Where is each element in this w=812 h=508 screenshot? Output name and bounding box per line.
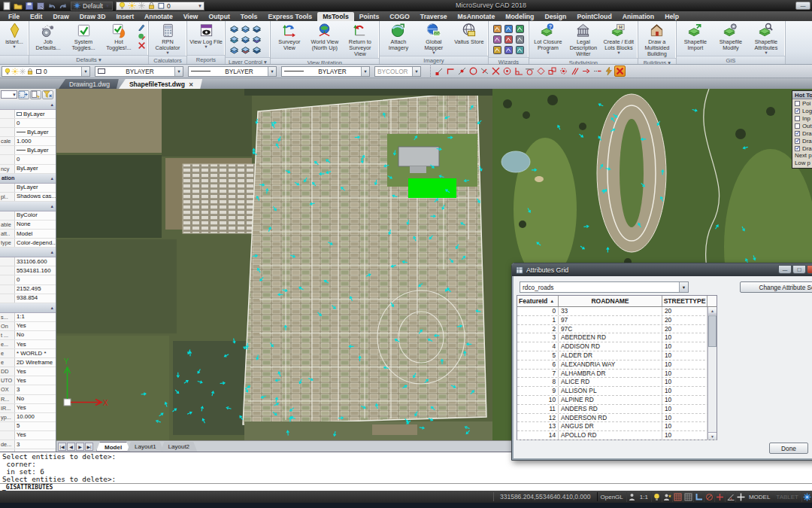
snap-center-icon[interactable] bbox=[468, 65, 479, 77]
drawing-tab-shapefiletest-dwg[interactable]: ShapefileTest.dwg✕ bbox=[119, 79, 202, 89]
properties-section-header[interactable]: ▲ bbox=[0, 100, 56, 110]
snap-extension-icon[interactable] bbox=[592, 65, 603, 77]
scroll-down-icon[interactable]: ▼ bbox=[708, 432, 717, 440]
dialog-close-button[interactable]: ✕ bbox=[807, 265, 812, 274]
table-row[interactable]: 3ABERDEEN RD10 bbox=[517, 333, 717, 342]
wizard-1-icon[interactable] bbox=[492, 23, 503, 34]
property-value[interactable]: Yes bbox=[15, 367, 56, 376]
lot-closure-program-button[interactable]: ?Lot Closure Program▼ bbox=[531, 22, 565, 55]
drawing-tab-drawing1-dwg[interactable]: Drawing1.dwg bbox=[59, 79, 119, 89]
menu-insert[interactable]: Insert bbox=[111, 12, 139, 21]
checkbox-unchecked[interactable] bbox=[795, 101, 800, 106]
snap-intersection-icon[interactable] bbox=[490, 65, 501, 77]
lineweight-combo[interactable]: BYLAYER ▼ bbox=[281, 66, 370, 77]
table-row[interactable]: 10ALPINE RD10 bbox=[517, 396, 717, 405]
table-row[interactable]: 4ADDISON RD10 bbox=[517, 342, 717, 351]
property-value[interactable]: ByColor bbox=[15, 211, 56, 220]
minimize-button[interactable]: — bbox=[795, 2, 810, 10]
wizard-8-icon[interactable] bbox=[503, 44, 514, 55]
hot-toggles--button[interactable]: Hot Toggles!... bbox=[102, 22, 136, 51]
menu-tools[interactable]: Tools bbox=[235, 12, 263, 21]
hot-toggle-item[interactable]: Dra bbox=[792, 137, 812, 144]
erase-person-icon[interactable] bbox=[138, 41, 146, 50]
dialog-maximize-button[interactable]: ▢ bbox=[792, 265, 806, 274]
layer-8-icon[interactable] bbox=[240, 44, 251, 55]
table-scrollbar[interactable]: ▲ ▼ bbox=[707, 307, 717, 440]
menu-traverse[interactable]: Traverse bbox=[415, 12, 453, 21]
wizard-2-icon[interactable] bbox=[503, 23, 514, 34]
job-defaults--button[interactable]: Job Defaults... bbox=[31, 22, 65, 51]
property-value[interactable]: 1:1 bbox=[15, 313, 56, 321]
layout-nav-button[interactable]: ▶ bbox=[76, 443, 84, 451]
snap-quadrant-icon[interactable] bbox=[535, 65, 547, 77]
hot-toggles-title[interactable]: Hot Toggles bbox=[792, 91, 812, 99]
properties-section-header[interactable]: ation▲ bbox=[0, 174, 56, 184]
surveyor-view-button[interactable]: Surveyor View bbox=[272, 22, 307, 51]
property-value[interactable]: 331106.600 bbox=[15, 257, 56, 266]
draw-a-multisided-building-button[interactable]: Draw a Multisided Building bbox=[640, 22, 674, 57]
chevron-down-icon[interactable]: ▼ bbox=[268, 67, 276, 76]
property-value[interactable]: No bbox=[15, 331, 56, 339]
command-input[interactable]: _GISATTRIBUTES bbox=[0, 483, 812, 491]
plot-style-combo[interactable]: BYCOLOR ▼ bbox=[374, 66, 421, 77]
table-row[interactable]: 11ANDERS RD10 bbox=[517, 405, 717, 414]
property-value[interactable]: Yes bbox=[15, 376, 56, 385]
properties-section-header[interactable]: ▲ bbox=[0, 303, 56, 313]
menu-cogo[interactable]: COGO bbox=[384, 12, 415, 21]
property-value[interactable]: 0 bbox=[15, 155, 56, 163]
table-row[interactable]: 6ALEXANDRIA WAY10 bbox=[517, 360, 717, 370]
menu-draw-3d[interactable]: Draw 3D bbox=[74, 12, 111, 21]
hot-toggle-item[interactable]: Out bbox=[792, 122, 812, 129]
menu-msannotate[interactable]: MsAnnotate bbox=[453, 12, 501, 21]
table-row[interactable]: 9ALLISON PL10 bbox=[517, 387, 717, 396]
quick-select-button[interactable] bbox=[30, 90, 41, 99]
menu-output[interactable]: Output bbox=[203, 12, 235, 21]
lamp-icon[interactable] bbox=[651, 492, 662, 502]
snap-node-icon[interactable] bbox=[558, 65, 569, 77]
shapefile-modify-button[interactable]: Shapefile Modify bbox=[714, 22, 748, 51]
property-value[interactable]: 10.000 bbox=[15, 413, 56, 421]
save-icon[interactable] bbox=[24, 1, 35, 11]
properties-section-header[interactable]: ▲ bbox=[0, 248, 56, 257]
person-icon[interactable] bbox=[626, 492, 637, 502]
property-value[interactable]: 938.854 bbox=[15, 294, 56, 303]
close-icon[interactable]: ✕ bbox=[189, 81, 193, 88]
wizard-5-icon[interactable] bbox=[503, 34, 514, 44]
property-value[interactable]: 5 bbox=[15, 422, 56, 430]
properties-section-header[interactable]: ▲ bbox=[0, 202, 56, 211]
table-row[interactable]: 03320 bbox=[517, 307, 717, 316]
menu-draw[interactable]: Draw bbox=[47, 12, 74, 21]
valtus-store-button[interactable]: Valtus Store bbox=[452, 22, 486, 45]
table-row[interactable]: 7ALHAMBRA DR10 bbox=[517, 370, 717, 379]
snap-perpendicular-icon[interactable] bbox=[513, 65, 524, 77]
menu-view[interactable]: View bbox=[178, 12, 204, 21]
property-value[interactable]: 2152.495 bbox=[15, 285, 56, 294]
property-value[interactable]: ByLayer bbox=[15, 184, 56, 192]
grid-gray-icon[interactable] bbox=[683, 492, 693, 502]
property-value[interactable]: Yes bbox=[15, 322, 56, 330]
snap-none-icon[interactable] bbox=[614, 65, 626, 77]
layout-nav-button[interactable]: ▶| bbox=[85, 443, 93, 451]
menu-help[interactable]: Help bbox=[659, 12, 684, 21]
menu-modeling[interactable]: Modeling bbox=[500, 12, 539, 21]
wizard-3-icon[interactable] bbox=[514, 23, 526, 34]
istant--button[interactable]: istant...▼ bbox=[2, 22, 27, 49]
table-row[interactable]: 5ALDER DR10 bbox=[517, 351, 717, 360]
return-to-surveyor-view-button[interactable]: Return to Surveyor View bbox=[343, 22, 377, 57]
wizard-6-icon[interactable] bbox=[514, 34, 526, 44]
property-value[interactable]: Yes bbox=[15, 404, 56, 412]
checkbox-unchecked[interactable] bbox=[795, 116, 800, 121]
snap-parallel-icon[interactable] bbox=[569, 65, 580, 77]
layer-2-icon[interactable] bbox=[240, 23, 251, 34]
property-value[interactable]: 0 bbox=[15, 275, 56, 284]
linetype-combo[interactable]: BYLAYER ▼ bbox=[188, 66, 277, 77]
snap-circle-center-icon[interactable] bbox=[501, 65, 513, 77]
menu-express-tools[interactable]: Express Tools bbox=[262, 12, 317, 21]
menu-animation[interactable]: Animation bbox=[617, 12, 659, 21]
property-value[interactable]: None bbox=[15, 221, 56, 229]
snap-quick-icon[interactable] bbox=[603, 65, 614, 77]
wizard-9-icon[interactable] bbox=[514, 44, 526, 55]
property-value[interactable]: Color-depend... bbox=[15, 239, 56, 247]
property-value[interactable]: * WORLD * bbox=[15, 349, 56, 357]
checkbox-checked[interactable] bbox=[795, 146, 800, 151]
